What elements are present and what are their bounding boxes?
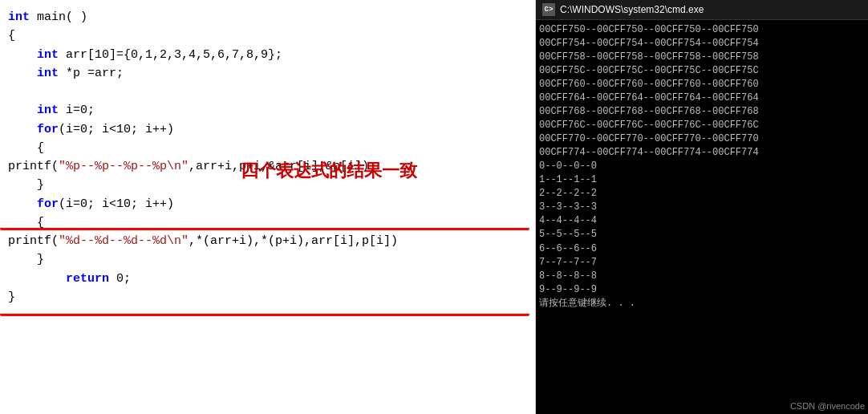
code-line-3: int arr[10]={0,1,2,3,4,5,6,7,8,9}; [8, 46, 527, 64]
code-text: (i=0; i<10; i++) [59, 197, 174, 211]
string-literal: "%p--%p--%p--%p\n" [59, 160, 189, 173]
code-line-1: int main( ) [8, 8, 527, 26]
code-text: 0; [109, 272, 131, 286]
addr-line-6: 00CFF764--00CFF764--00CFF764--00CFF764 [539, 91, 865, 105]
num-line-7: 6--6--6--6 [539, 242, 865, 256]
underline-printf1 [0, 227, 529, 230]
terminal-body: 00CFF750--00CFF750--00CFF750--00CFF750 0… [536, 20, 868, 400]
code-text: printf( [8, 160, 59, 173]
code-text: i=0; [59, 104, 95, 117]
code-text: } [8, 253, 44, 266]
addr-line-1: 00CFF750--00CFF750--00CFF750--00CFF750 [539, 23, 865, 37]
terminal-panel: C> C:\WINDOWS\system32\cmd.exe 00CFF750-… [536, 0, 868, 414]
num-line-4: 3--3--3--3 [539, 201, 865, 214]
addr-line-3: 00CFF758--00CFF758--00CFF758--00CFF758 [539, 51, 865, 64]
keyword-int: int [37, 48, 59, 62]
terminal-title: C:\WINDOWS\system32\cmd.exe [560, 4, 704, 15]
addr-line-9: 00CFF770--00CFF770--00CFF770--00CFF770 [539, 132, 865, 146]
footer-text: CSDN @rivencode [790, 401, 865, 411]
annotation-text: 四个表达式的结果一致 [241, 159, 417, 183]
addr-line-4: 00CFF75C--00CFF75C--00CFF75C--00CFF75C [539, 64, 865, 78]
code-line-printf2: printf("%d--%d--%d--%d\n",*(arr+i),*(p+i… [8, 232, 527, 250]
code-text [8, 123, 37, 136]
code-text: *p =arr; [59, 67, 124, 80]
addr-line-10: 00CFF774--00CFF774--00CFF774--00CFF774 [539, 146, 865, 160]
addr-line-5: 00CFF760--00CFF760--00CFF760--00CFF760 [539, 78, 865, 91]
cmd-icon: C> [542, 3, 555, 16]
string-literal2: "%d--%d--%d--%d\n" [59, 234, 189, 248]
code-line-7: { [8, 139, 527, 157]
code-text: } [8, 290, 15, 304]
terminal-footer: CSDN @rivencode [536, 400, 868, 414]
code-text [8, 272, 66, 286]
code-text [8, 197, 37, 211]
code-text: ,*(arr+i),*(p+i),arr[i],p[i]) [189, 234, 398, 248]
num-line-8: 7--7--7--7 [539, 256, 865, 270]
keyword-return: return [66, 272, 109, 286]
code-text: (i=0; i<10; i++) [59, 123, 174, 136]
keyword-for2: for [37, 197, 59, 211]
code-text: } [8, 178, 44, 192]
code-panel: int main( ) { int arr[10]={0,1,2,3,4,5,6… [0, 0, 536, 414]
num-line-6: 5--5--5--5 [539, 228, 865, 242]
code-text [8, 67, 37, 80]
code-text: { [8, 29, 15, 43]
code-line-10: for(i=0; i<10; i++) [8, 195, 527, 213]
addr-line-2: 00CFF754--00CFF754--00CFF754--00CFF754 [539, 37, 865, 51]
code-line-4: int *p =arr; [8, 64, 527, 83]
num-line-2: 1--1--1--1 [539, 173, 865, 187]
code-text: { [8, 141, 44, 155]
code-line-14: return 0; [8, 270, 527, 288]
terminal-titlebar: C> C:\WINDOWS\system32\cmd.exe [536, 0, 868, 20]
code-text [8, 48, 37, 62]
code-line-2: { [8, 26, 527, 45]
num-line-9: 8--8--8--8 [539, 270, 865, 283]
keyword-for: for [37, 123, 59, 136]
keyword-int: int [8, 10, 30, 24]
code-line-15: } [8, 288, 527, 306]
underline-printf2 [0, 313, 529, 316]
terminal-prompt: 请按任意键继续. . . [539, 297, 865, 310]
code-text: main( ) [30, 10, 87, 24]
keyword-int: int [37, 104, 59, 117]
code-text: printf( [8, 234, 59, 248]
keyword-int: int [37, 67, 59, 80]
num-line-5: 4--4--4--4 [539, 214, 865, 228]
code-text [8, 104, 37, 117]
num-line-10: 9--9--9--9 [539, 283, 865, 297]
addr-line-8: 00CFF76C--00CFF76C--00CFF76C--00CFF76C [539, 119, 865, 132]
code-area: int main( ) { int arr[10]={0,1,2,3,4,5,6… [0, 8, 535, 306]
num-line-3: 2--2--2--2 [539, 187, 865, 201]
code-line-5: int i=0; [8, 101, 527, 120]
code-line-6: for(i=0; i<10; i++) [8, 120, 527, 139]
code-line-blank1 [8, 83, 527, 101]
num-line-1: 0--0--0--0 [539, 160, 865, 173]
code-text: arr[10]={0,1,2,3,4,5,6,7,8,9}; [59, 48, 282, 62]
addr-line-7: 00CFF768--00CFF768--00CFF768--00CFF768 [539, 105, 865, 119]
code-line-13: } [8, 250, 527, 269]
